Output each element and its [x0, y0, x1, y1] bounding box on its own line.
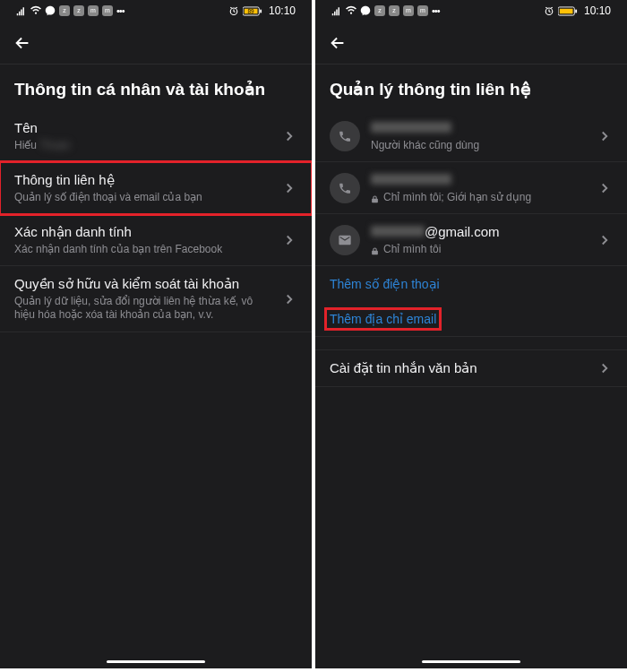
row-sublabel: Quản lý số điện thoại và email của bạn [14, 191, 274, 205]
signal-icon [16, 5, 27, 16]
lock-icon [371, 194, 379, 202]
home-indicator[interactable] [107, 660, 205, 663]
chevron-right-icon [597, 180, 613, 196]
contact-row-phone2[interactable]: Chỉ mình tôi; Giới hạn sử dụng [315, 162, 627, 214]
phone-icon [330, 121, 360, 151]
row-sublabel: Xác nhận danh tính của bạn trên Facebook [14, 243, 274, 257]
app-badge-icon: m [417, 5, 428, 16]
settings-list: Tên Hiếu Thuan Thông tin liên hệ Quản lý… [0, 110, 312, 332]
settings-row-ownership[interactable]: Quyền sở hữu và kiểm soát tài khoản Quản… [0, 266, 312, 332]
row-label: Quyền sở hữu và kiểm soát tài khoản [14, 275, 274, 293]
chevron-right-icon [281, 291, 297, 307]
chevron-right-icon [281, 128, 297, 144]
alarm-icon [544, 5, 554, 16]
right-phone-container: z z m m ••• 10:10 Quản lý thông tin liên… [315, 0, 627, 668]
row-label: Xác nhận danh tính [14, 223, 274, 241]
signal-icon [331, 5, 342, 16]
alarm-icon [228, 5, 239, 16]
contact-value [371, 171, 589, 189]
messenger-icon [360, 5, 371, 16]
sms-settings-row[interactable]: Cài đặt tin nhắn văn bản [315, 349, 627, 387]
row-label: Cài đặt tin nhắn văn bản [330, 359, 589, 377]
messenger-icon [45, 5, 56, 16]
contact-privacy: Chỉ mình tôi; Giới hạn sử dụng [371, 191, 589, 205]
wifi-icon [30, 5, 41, 16]
row-sublabel: Quản lý dữ liệu, sửa đổi người liên hệ t… [14, 295, 274, 323]
contact-row-email[interactable]: @gmail.com Chỉ mình tôi [315, 214, 627, 266]
chevron-right-icon [281, 232, 297, 248]
contact-row-phone1[interactable]: Người khác cũng dùng [315, 110, 627, 162]
contact-list: Người khác cũng dùng Chỉ mình tôi; Giới … [315, 110, 627, 387]
status-left: z z m m ••• [16, 5, 125, 16]
more-notifications-icon: ••• [116, 5, 125, 16]
email-icon [330, 225, 360, 255]
contact-privacy: Chỉ mình tôi [371, 243, 589, 257]
page-title: Quản lý thông tin liên hệ [315, 65, 627, 110]
chevron-right-icon [597, 360, 613, 376]
svg-rect-2 [260, 9, 262, 13]
status-bar: z z m m ••• 10:10 [315, 0, 627, 22]
status-bar: z z m m ••• 89 10:10 [0, 0, 312, 22]
nav-header [0, 22, 312, 65]
app-badge-icon: z [374, 5, 385, 16]
settings-row-name[interactable]: Tên Hiếu Thuan [0, 110, 312, 162]
svg-text:89: 89 [247, 8, 254, 14]
status-right: 10:10 [544, 4, 611, 17]
add-phone-link[interactable]: Thêm số điện thoại [315, 266, 627, 302]
contact-privacy: Người khác cũng dùng [371, 139, 589, 153]
status-left: z z m m ••• [331, 5, 440, 16]
row-label: Thông tin liên hệ [14, 171, 274, 189]
settings-row-identity[interactable]: Xác nhận danh tính Xác nhận danh tính củ… [0, 214, 312, 266]
clock-text: 10:10 [269, 4, 296, 17]
wifi-icon [346, 5, 356, 16]
links-section: Thêm số điện thoại Thêm địa chỉ email [315, 266, 627, 337]
back-button[interactable] [328, 33, 348, 53]
app-badge-icon: z [59, 5, 70, 16]
more-notifications-icon: ••• [432, 5, 440, 16]
app-badge-icon: z [389, 5, 399, 16]
row-sublabel: Hiếu Thuan [14, 139, 274, 153]
home-indicator[interactable] [422, 660, 520, 663]
left-phone-container: z z m m ••• 89 10:10 Thông tin cá nhân v… [0, 0, 312, 668]
svg-rect-8 [560, 8, 573, 13]
chevron-right-icon [597, 128, 613, 144]
back-button[interactable] [13, 33, 32, 53]
app-badge-icon: z [73, 5, 84, 16]
chevron-right-icon [281, 180, 297, 196]
app-badge-icon: m [102, 5, 113, 16]
status-right: 89 10:10 [228, 4, 296, 17]
page-title: Thông tin cá nhân và tài khoản [0, 65, 312, 110]
contact-value: @gmail.com [371, 223, 589, 241]
battery-icon [558, 6, 578, 16]
svg-rect-7 [575, 9, 577, 13]
battery-icon: 89 [243, 6, 262, 16]
nav-header [315, 22, 627, 65]
app-badge-icon: m [88, 5, 99, 16]
contact-value [371, 119, 589, 137]
lock-icon [371, 246, 379, 254]
phone-icon [330, 173, 360, 203]
app-badge-icon: m [403, 5, 414, 16]
row-label: Tên [14, 119, 274, 137]
chevron-right-icon [597, 232, 613, 248]
add-email-link[interactable]: Thêm địa chỉ email [324, 307, 442, 331]
clock-text: 10:10 [584, 4, 611, 17]
settings-row-contact-info[interactable]: Thông tin liên hệ Quản lý số điện thoại … [0, 162, 312, 214]
